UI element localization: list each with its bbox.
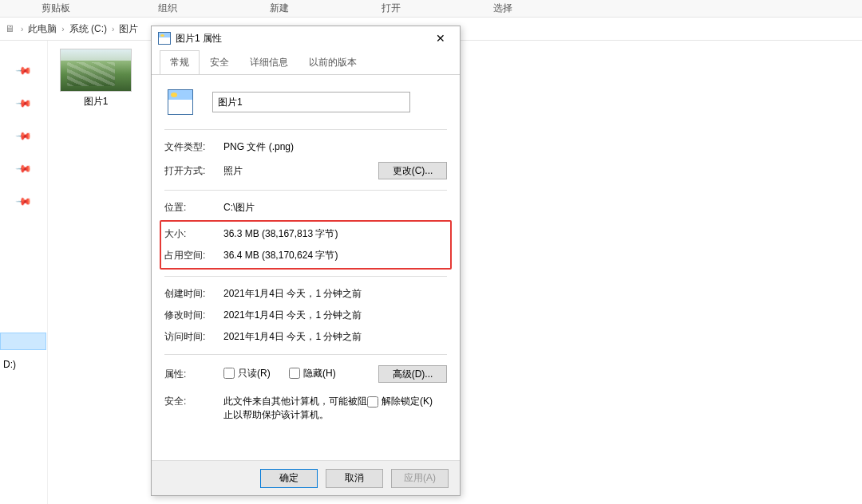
file-label[interactable]: 图片1 <box>57 95 134 108</box>
ribbon-tab-organize[interactable]: 组织 <box>112 0 223 18</box>
advanced-button[interactable]: 高级(D)... <box>378 365 447 383</box>
pin-icon: 📌 <box>15 95 33 112</box>
breadcrumb-drive[interactable]: 系统 (C:) <box>69 22 107 36</box>
label-file-type: 文件类型: <box>164 140 223 154</box>
value-opens-with: 照片 <box>223 164 378 178</box>
pin-icon: 📌 <box>15 128 33 145</box>
tab-general[interactable]: 常规 <box>160 50 200 75</box>
ribbon-tab-new[interactable]: 新建 <box>223 0 335 18</box>
value-file-type: PNG 文件 (.png) <box>223 140 447 154</box>
label-size: 大小: <box>164 227 223 241</box>
label-created: 创建时间: <box>164 287 223 301</box>
dialog-body: 文件类型: PNG 文件 (.png) 打开方式: 照片 更改(C)... 位置… <box>152 74 460 460</box>
apply-button[interactable]: 应用(A) <box>391 469 449 488</box>
image-file-icon <box>158 32 171 45</box>
pin-icon: 📌 <box>15 62 33 80</box>
tab-details[interactable]: 详细信息 <box>239 50 299 75</box>
readonly-checkbox[interactable]: 只读(R) <box>223 367 271 380</box>
breadcrumb-folder[interactable]: 图片 <box>119 22 138 36</box>
hidden-checkbox[interactable]: 隐藏(H) <box>289 367 336 380</box>
value-size: 36.3 MB (38,167,813 字节) <box>223 227 447 241</box>
dialog-tabs: 常规 安全 详细信息 以前的版本 <box>152 50 460 75</box>
hidden-checkbox-input[interactable] <box>289 368 300 379</box>
value-modified: 2021年1月4日 今天，1 分钟之前 <box>223 309 447 322</box>
value-created: 2021年1月4日 今天，1 分钟之前 <box>223 287 447 301</box>
unblock-checkbox-input[interactable] <box>367 396 378 408</box>
value-location: C:\图片 <box>223 201 447 215</box>
value-size-on-disk: 36.4 MB (38,170,624 字节) <box>223 249 447 262</box>
readonly-label: 只读(R) <box>238 367 271 380</box>
ribbon-tab-open[interactable]: 打开 <box>335 0 447 18</box>
monitor-icon: 🖥 <box>3 22 16 35</box>
dialog-footer: 确定 取消 应用(A) <box>152 460 460 495</box>
pin-icon: 📌 <box>15 160 33 178</box>
label-accessed: 访问时间: <box>164 330 223 344</box>
tab-security[interactable]: 安全 <box>200 50 239 75</box>
label-location: 位置: <box>164 201 223 215</box>
chevron-right-icon: › <box>61 25 64 33</box>
ribbon-tabs: 剪贴板 组织 新建 打开 选择 <box>0 0 862 18</box>
ok-button[interactable]: 确定 <box>260 469 318 488</box>
breadcrumb-pc[interactable]: 此电脑 <box>28 22 57 36</box>
change-button[interactable]: 更改(C)... <box>378 162 447 179</box>
filename-input[interactable] <box>212 92 410 112</box>
file-type-icon <box>168 89 193 115</box>
dialog-titlebar[interactable]: 图片1 属性 ✕ <box>152 26 460 50</box>
file-item[interactable]: 图片1 <box>57 49 134 108</box>
quick-access-pins: 📌 📌 📌 📌 📌 <box>0 41 48 504</box>
tab-previous-versions[interactable]: 以前的版本 <box>299 50 367 75</box>
value-accessed: 2021年1月4日 今天，1 分钟之前 <box>223 330 447 344</box>
sidebar-item-d-drive[interactable]: D:) <box>0 356 46 372</box>
sidebar-selected-item[interactable] <box>0 333 46 350</box>
size-highlight-box: 大小: 36.3 MB (38,167,813 字节) 占用空间: 36.4 M… <box>160 220 452 270</box>
unblock-label: 解除锁定(K) <box>382 395 433 408</box>
label-modified: 修改时间: <box>164 309 223 322</box>
unblock-checkbox[interactable]: 解除锁定(K) <box>367 395 433 408</box>
properties-dialog: 图片1 属性 ✕ 常规 安全 详细信息 以前的版本 文件类型: PNG 文件 (… <box>151 26 461 496</box>
pin-icon: 📌 <box>15 193 33 211</box>
dialog-title: 图片1 属性 <box>176 32 425 45</box>
cancel-button[interactable]: 取消 <box>326 469 383 488</box>
ribbon-tab-clipboard[interactable]: 剪贴板 <box>0 0 112 18</box>
label-size-on-disk: 占用空间: <box>164 249 223 262</box>
label-security: 安全: <box>164 395 223 408</box>
label-attributes: 属性: <box>164 368 223 381</box>
readonly-checkbox-input[interactable] <box>223 368 235 379</box>
image-thumbnail <box>60 49 132 92</box>
value-security-text: 此文件来自其他计算机，可能被阻止以帮助保护该计算机。 <box>223 395 367 422</box>
ribbon-tab-select[interactable]: 选择 <box>447 0 559 18</box>
chevron-right-icon: › <box>112 25 114 33</box>
label-opens-with: 打开方式: <box>164 164 223 178</box>
chevron-right-icon: › <box>21 25 23 33</box>
close-button[interactable]: ✕ <box>425 27 457 49</box>
hidden-label: 隐藏(H) <box>303 367 336 380</box>
